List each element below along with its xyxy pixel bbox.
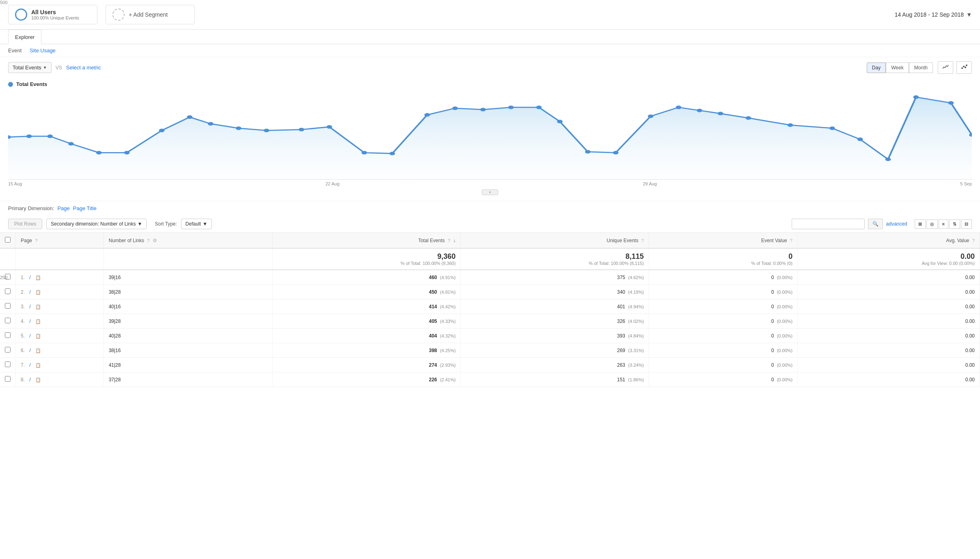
row-page-link[interactable]: / <box>29 318 30 324</box>
tab-explorer[interactable]: Explorer <box>8 30 41 44</box>
svg-point-36[interactable] <box>885 157 891 161</box>
svg-point-6[interactable] <box>26 134 32 138</box>
row-total-events-cell: 404 (4.32%) <box>272 329 461 343</box>
svg-point-7[interactable] <box>47 134 53 138</box>
total-events-sort-arrow[interactable]: ↓ <box>453 238 455 243</box>
table-search-input[interactable] <box>792 219 865 229</box>
copy-icon[interactable]: 📋 <box>35 319 41 324</box>
secondary-dim-dropdown[interactable]: Secondary dimension: Number of Links ▼ <box>46 219 147 229</box>
svg-point-23[interactable] <box>508 105 514 109</box>
x-label-aug15: 15 Aug <box>8 181 22 186</box>
svg-point-37[interactable] <box>913 95 919 99</box>
row-page-link[interactable]: / <box>29 333 30 339</box>
compare-view-button[interactable]: ⇅ <box>949 219 960 229</box>
row-page-link[interactable]: / <box>29 377 30 383</box>
row-links-cell: 39|16 <box>104 270 272 285</box>
nav-site-usage[interactable]: Site Usage <box>30 47 56 54</box>
row-num: 2. <box>21 289 25 295</box>
svg-point-10[interactable] <box>124 151 130 155</box>
svg-point-30[interactable] <box>697 109 702 112</box>
svg-point-20[interactable] <box>424 113 430 117</box>
svg-point-38[interactable] <box>948 101 954 105</box>
row-total-events-cell: 414 (4.42%) <box>272 299 461 314</box>
svg-point-27[interactable] <box>613 151 619 155</box>
period-month-button[interactable]: Month <box>909 62 933 73</box>
chart-slider-handle[interactable]: ▼ <box>482 189 498 195</box>
nav-event[interactable]: Event <box>8 47 22 54</box>
row-num: 1. <box>21 275 25 280</box>
svg-point-35[interactable] <box>857 138 863 141</box>
svg-point-29[interactable] <box>676 105 682 109</box>
svg-point-31[interactable] <box>718 112 723 116</box>
sort-dropdown[interactable]: Default ▼ <box>181 219 212 229</box>
pivot-view-button[interactable]: ⊟ <box>961 219 972 229</box>
dimension-page-link[interactable]: Page <box>57 205 69 211</box>
svg-point-8[interactable] <box>68 142 74 146</box>
segment-add[interactable]: + Add Segment <box>106 5 195 24</box>
copy-icon[interactable]: 📋 <box>35 348 41 353</box>
date-range[interactable]: 14 Aug 2018 - 12 Sep 2018 ▼ <box>895 11 972 18</box>
copy-icon[interactable]: 📋 <box>35 333 41 338</box>
chart-title: Total Events <box>16 81 47 87</box>
svg-point-17[interactable] <box>326 125 332 129</box>
list-view-button[interactable]: ≡ <box>939 219 948 229</box>
period-week-button[interactable]: Week <box>886 62 909 73</box>
page-help-icon[interactable]: ? <box>35 238 37 243</box>
svg-point-34[interactable] <box>829 127 835 130</box>
metric-dropdown[interactable]: Total Events ▼ <box>8 62 52 73</box>
period-day-button[interactable]: Day <box>867 62 886 73</box>
total-event-value-main: 0 <box>654 252 792 261</box>
svg-point-21[interactable] <box>452 106 458 110</box>
svg-point-28[interactable] <box>648 114 654 118</box>
svg-point-32[interactable] <box>746 116 751 120</box>
avg-value-help-icon[interactable]: ? <box>972 238 975 243</box>
pie-view-button[interactable]: ◎ <box>926 219 938 229</box>
row-page-link[interactable]: / <box>29 275 30 280</box>
table-row: 7. / 📋 41|28 274 (2.93%) 263 (3.24%) 0 (… <box>0 358 980 372</box>
row-page-link[interactable]: / <box>29 289 30 295</box>
scatter-icon <box>961 64 967 70</box>
select-metric-link[interactable]: Select a metric <box>66 64 101 71</box>
plot-rows-button[interactable]: Plot Rows <box>8 219 42 229</box>
secondary-nav: Event Site Usage <box>0 44 980 57</box>
svg-point-15[interactable] <box>264 129 270 132</box>
svg-point-13[interactable] <box>208 122 214 126</box>
copy-icon[interactable]: 📋 <box>35 363 41 368</box>
copy-icon[interactable]: 📋 <box>35 377 41 382</box>
row-avg-value-cell: 0.00 <box>798 372 980 387</box>
row-page-link[interactable]: / <box>29 304 30 310</box>
svg-point-9[interactable] <box>96 151 102 155</box>
copy-icon[interactable]: 📋 <box>35 304 41 309</box>
row-page-link[interactable]: / <box>29 348 30 353</box>
unique-events-help-icon[interactable]: ? <box>641 238 644 243</box>
svg-point-26[interactable] <box>585 150 591 154</box>
svg-point-16[interactable] <box>299 128 304 131</box>
search-button[interactable]: 🔍 <box>868 219 883 229</box>
row-event-value-cell: 0 (0.00%) <box>649 299 797 314</box>
svg-point-33[interactable] <box>788 123 793 127</box>
svg-point-19[interactable] <box>389 152 395 155</box>
num-links-help-icon[interactable]: ? <box>147 238 149 243</box>
copy-icon[interactable]: 📋 <box>35 290 41 295</box>
svg-point-25[interactable] <box>557 120 563 123</box>
svg-point-14[interactable] <box>236 127 242 130</box>
total-events-help-icon[interactable]: ? <box>448 238 450 243</box>
col-action-icon[interactable]: ⚙ <box>153 238 157 243</box>
svg-point-22[interactable] <box>480 108 486 112</box>
segment-all-users[interactable]: All Users 100.00% Unique Events <box>8 5 97 24</box>
svg-point-18[interactable] <box>361 151 367 155</box>
svg-point-24[interactable] <box>536 105 542 109</box>
row-avg-value-cell: 0.00 <box>798 343 980 358</box>
advanced-link[interactable]: advanced <box>886 221 907 227</box>
copy-icon[interactable]: 📋 <box>35 275 41 280</box>
grid-view-button[interactable]: ⊞ <box>915 219 926 229</box>
svg-point-12[interactable] <box>187 115 192 119</box>
line-chart-view-button[interactable] <box>938 61 953 74</box>
row-total-events-cell: 226 (2.41%) <box>272 372 461 387</box>
event-value-help-icon[interactable]: ? <box>790 238 792 243</box>
dimension-page-title-link[interactable]: Page Title <box>73 205 97 211</box>
row-avg-value-cell: 0.00 <box>798 329 980 343</box>
svg-point-11[interactable] <box>159 129 165 132</box>
dot-chart-view-button[interactable] <box>956 61 972 74</box>
row-page-link[interactable]: / <box>29 362 30 368</box>
